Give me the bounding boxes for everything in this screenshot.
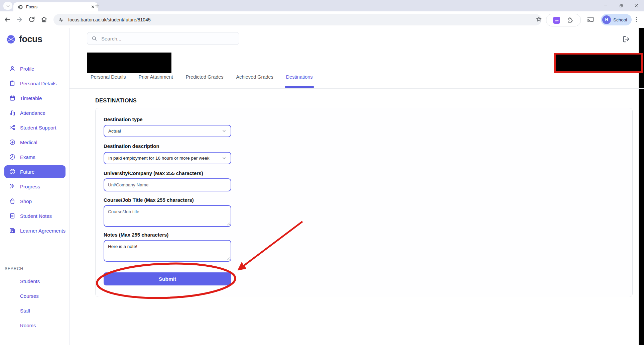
redaction-strip-right <box>639 28 644 345</box>
rw-extension-icon[interactable]: rw <box>553 17 560 24</box>
chevron-down-icon <box>222 128 227 134</box>
browser-profile-button[interactable]: H School <box>601 14 632 25</box>
tab-achieved-grades[interactable]: Achieved Grades <box>236 74 273 82</box>
chevron-down-icon <box>6 4 10 8</box>
logout-icon[interactable] <box>622 35 630 44</box>
reload-button[interactable] <box>28 16 35 23</box>
sidebar-item-courses[interactable]: Courses <box>0 288 69 303</box>
sidebar-item-student-notes[interactable]: Student Notes <box>0 208 69 223</box>
toolbar-divider <box>598 16 598 23</box>
extensions-area: rw <box>546 14 581 26</box>
student-tabs: Personal Details Prior Attainment Predic… <box>91 74 313 82</box>
sidebar-item-progress[interactable]: Progress <box>0 179 69 194</box>
sparkles-icon <box>9 183 16 190</box>
window-controls <box>598 0 644 11</box>
sidebar-item-label: Timetable <box>20 95 42 101</box>
calendar-icon <box>9 95 16 101</box>
forward-button[interactable] <box>16 16 23 23</box>
browser-tab[interactable]: Focus <box>13 2 98 11</box>
tab-prior-attainment[interactable]: Prior Attainment <box>139 74 173 82</box>
search-input[interactable] <box>101 35 235 42</box>
sidebar-item-label: Students <box>20 278 40 284</box>
shopping-bag-icon <box>9 198 16 204</box>
back-button[interactable] <box>3 16 11 23</box>
sidebar-item-attendance[interactable]: Attendance <box>0 105 69 120</box>
app-logo[interactable]: focus <box>6 34 42 45</box>
sidebar-item-label: Exams <box>20 154 35 160</box>
tab-personal-details[interactable]: Personal Details <box>91 74 126 82</box>
sidebar-item-student-support[interactable]: Student Support <box>0 120 69 135</box>
destination-description-value: In paid employment for 16 hours or more … <box>108 156 222 161</box>
window-restore-button[interactable] <box>613 0 629 11</box>
notes-label: Notes (Max 255 characters) <box>104 232 168 238</box>
sidebar-item-staff[interactable]: Staff <box>0 303 69 318</box>
destinations-card: Destination type Actual Destination desc… <box>95 108 633 297</box>
sidebar-item-future[interactable]: Future <box>0 164 69 179</box>
url-bar[interactable]: focus.barton.ac.uk/student/future/81045 <box>53 14 541 25</box>
sidebar-item-rooms[interactable]: Rooms <box>0 318 69 333</box>
bookmark-star-icon[interactable] <box>535 16 542 23</box>
focus-shutter-icon <box>6 34 16 45</box>
browser-toolbar: focus.barton.ac.uk/student/future/81045 … <box>0 11 644 28</box>
user-icon <box>9 65 16 72</box>
sidebar-item-label: Progress <box>20 184 40 189</box>
window-close-button[interactable] <box>629 0 644 11</box>
sidebar-item-label: Future <box>20 169 34 175</box>
search-icon <box>91 35 97 41</box>
sidebar-item-profile[interactable]: Profile <box>0 61 69 76</box>
browser-tab-title: Focus <box>26 5 88 9</box>
sidebar-item-exams[interactable]: Exams <box>0 150 69 164</box>
toolbar-divider <box>584 16 584 23</box>
sidebar-search-nav: Students Courses Staff Rooms <box>0 274 69 333</box>
notes-textarea[interactable]: Here is a note! <box>104 240 231 262</box>
share-icon <box>9 124 16 131</box>
sidebar-item-timetable[interactable]: Timetable <box>0 91 69 105</box>
sidebar-item-shop[interactable]: Shop <box>0 194 69 208</box>
clock-icon <box>9 154 16 160</box>
new-tab-button[interactable] <box>94 3 100 9</box>
submit-button[interactable]: Submit <box>104 272 231 285</box>
sidebar-item-learner-agreements[interactable]: Learner Agreements <box>0 223 69 238</box>
sidebar-item-label: Rooms <box>20 323 36 328</box>
sidebar-item-medical[interactable]: Medical <box>0 135 69 150</box>
bar-chart-icon <box>9 109 16 116</box>
sidebar-item-label: Medical <box>20 140 37 145</box>
newspaper-icon <box>9 227 16 234</box>
sidebar-item-students[interactable]: Students <box>0 274 69 288</box>
chevron-down-icon <box>222 156 227 161</box>
window-minimize-button[interactable] <box>598 0 613 11</box>
course-job-title-textarea[interactable] <box>104 205 231 227</box>
kebab-menu-icon[interactable] <box>633 16 640 23</box>
app-page: focus Profile Personal Details Timetable… <box>0 28 644 345</box>
sidebar-item-label: Staff <box>20 308 30 314</box>
globe-icon <box>9 168 16 175</box>
cast-icon[interactable] <box>587 16 594 23</box>
document-icon <box>9 212 16 219</box>
profile-avatar: H <box>602 15 611 24</box>
sidebar: focus Profile Personal Details Timetable… <box>0 28 70 345</box>
destination-type-select[interactable]: Actual <box>104 125 231 137</box>
page-title: DESTINATIONS <box>95 97 137 104</box>
university-company-input[interactable] <box>104 178 231 191</box>
destination-description-select[interactable]: In paid employment for 16 hours or more … <box>104 152 231 164</box>
sidebar-item-label: Student Support <box>20 125 56 131</box>
notes-field: Here is a note! <box>104 240 231 262</box>
sidebar-nav: Profile Personal Details Timetable Atten… <box>0 61 69 238</box>
redaction-box-student-name <box>87 53 171 73</box>
app-logo-text: focus <box>19 34 42 45</box>
clipboard-icon <box>9 80 16 87</box>
tab-search-button[interactable] <box>3 2 12 10</box>
search-section-label: SEARCH <box>5 266 23 271</box>
tab-predicted-grades[interactable]: Predicted Grades <box>186 74 224 82</box>
sidebar-item-label: Profile <box>20 66 34 72</box>
global-search[interactable] <box>87 32 239 45</box>
redaction-box-highlighted <box>554 53 643 73</box>
site-info-icon[interactable] <box>58 17 64 23</box>
home-button[interactable] <box>40 16 48 23</box>
sidebar-item-personal-details[interactable]: Personal Details <box>0 76 69 91</box>
extensions-puzzle-icon[interactable] <box>567 17 574 23</box>
tab-destinations[interactable]: Destinations <box>286 74 313 82</box>
destination-type-value: Actual <box>108 128 222 134</box>
sidebar-item-label: Learner Agreements <box>20 228 66 234</box>
profile-name: School <box>613 17 627 22</box>
